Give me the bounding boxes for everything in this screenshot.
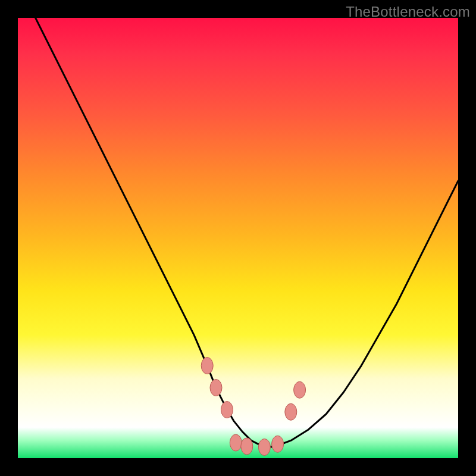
curve-marker (210, 380, 222, 396)
chart-frame: TheBottleneck.com (0, 0, 476, 476)
watermark-text: TheBottleneck.com (346, 4, 470, 20)
curve-marker (230, 434, 242, 451)
curve-marker (201, 358, 213, 374)
curve-marker (241, 438, 253, 455)
bottleneck-curve (36, 18, 458, 447)
curve-group (36, 18, 458, 447)
curve-marker (285, 403, 297, 420)
curve-marker (272, 436, 284, 452)
plot-area (18, 18, 458, 458)
curve-marker (258, 439, 270, 456)
curve-marker (221, 402, 233, 418)
curve-layer (18, 18, 458, 458)
curve-marker (294, 381, 306, 398)
